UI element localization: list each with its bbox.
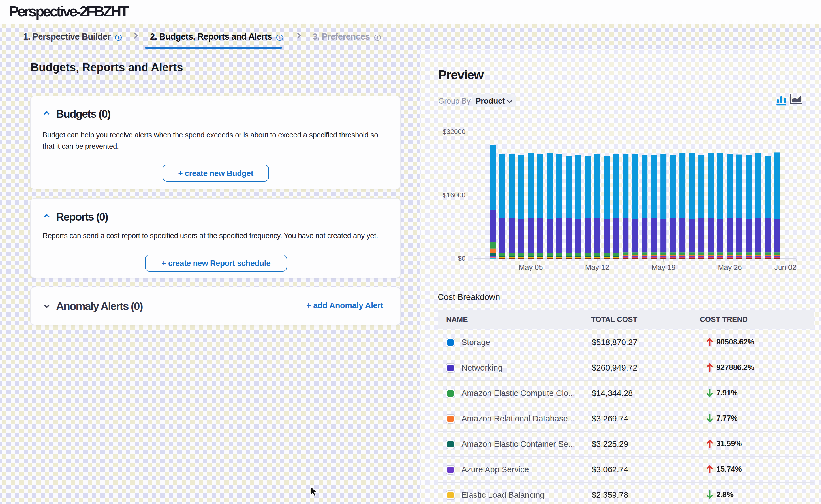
svg-text:Jun 02: Jun 02	[774, 263, 796, 272]
svg-text:$16000: $16000	[443, 191, 465, 199]
svg-text:May 26: May 26	[718, 263, 742, 272]
svg-text:May 19: May 19	[652, 263, 676, 272]
svg-text:$0: $0	[458, 255, 465, 262]
svg-text:$32000: $32000	[443, 128, 465, 135]
svg-text:May 05: May 05	[519, 263, 543, 272]
svg-text:May 12: May 12	[585, 263, 609, 272]
